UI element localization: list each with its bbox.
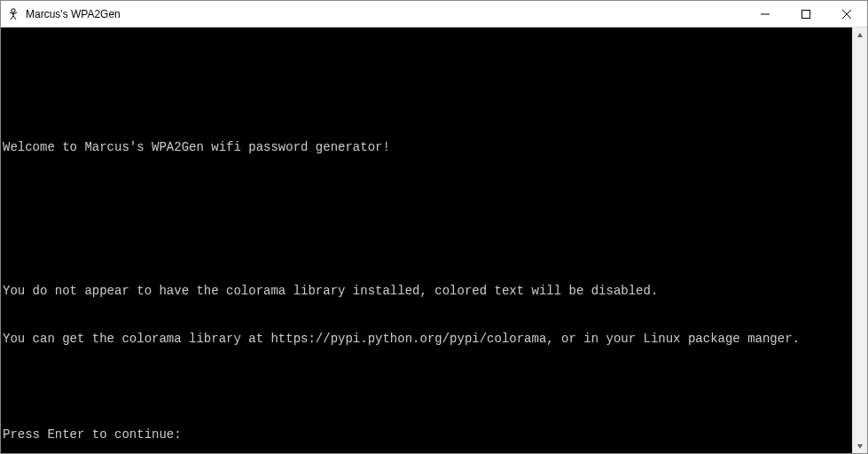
svg-marker-10 xyxy=(857,33,863,37)
terminal-line: Welcome to Marcus's WPA2Gen wifi passwor… xyxy=(1,139,852,155)
svg-line-4 xyxy=(11,16,13,20)
client-area: Welcome to Marcus's WPA2Gen wifi passwor… xyxy=(1,27,867,453)
svg-rect-7 xyxy=(802,10,810,18)
window-title: Marcus's WPA2Gen xyxy=(26,8,121,20)
terminal-line: You do not appear to have the colorama l… xyxy=(1,283,852,299)
terminal-line: You can get the colorama library at http… xyxy=(1,331,852,347)
app-icon xyxy=(6,7,20,21)
vertical-scrollbar[interactable] xyxy=(852,27,867,453)
svg-point-0 xyxy=(12,8,15,12)
terminal-line xyxy=(1,91,852,107)
terminal-line xyxy=(1,379,852,395)
terminal-line xyxy=(1,235,852,251)
window-controls xyxy=(745,1,867,27)
svg-line-5 xyxy=(13,16,16,20)
terminal-line: Press Enter to continue: xyxy=(1,427,852,442)
svg-marker-11 xyxy=(857,444,863,449)
maximize-button[interactable] xyxy=(786,1,826,27)
terminal[interactable]: Welcome to Marcus's WPA2Gen wifi passwor… xyxy=(1,27,852,453)
minimize-button[interactable] xyxy=(745,1,786,27)
scroll-up-arrow-icon[interactable] xyxy=(853,27,867,43)
terminal-content: Welcome to Marcus's WPA2Gen wifi passwor… xyxy=(1,59,852,453)
titlebar-left: Marcus's WPA2Gen xyxy=(1,7,121,21)
scroll-down-arrow-icon[interactable] xyxy=(853,438,867,453)
close-button[interactable] xyxy=(826,1,867,27)
terminal-line xyxy=(1,187,852,203)
scroll-track[interactable] xyxy=(853,43,867,438)
window-titlebar: Marcus's WPA2Gen xyxy=(1,1,867,27)
